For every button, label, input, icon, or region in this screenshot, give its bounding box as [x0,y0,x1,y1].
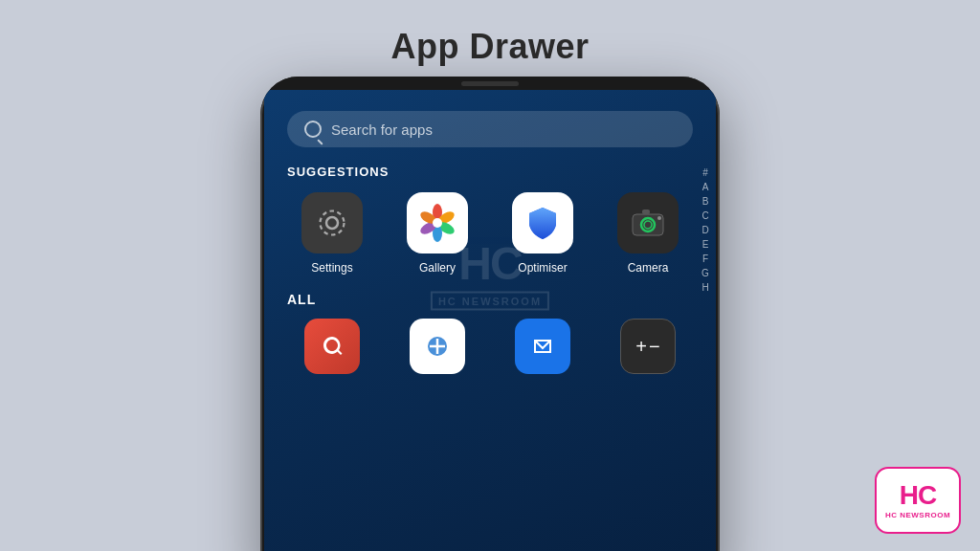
app-item-gallery[interactable]: Gallery [407,192,468,275]
suggestions-label: SUGGESTIONS [264,165,716,192]
app-item-settings[interactable]: Settings [301,192,363,275]
all-section-label: ALL [264,275,716,319]
settings-app-label: Settings [311,261,352,275]
bottom-app-1[interactable] [304,319,360,374]
app-item-camera[interactable]: Camera [617,192,679,275]
search-icon [304,121,322,138]
phone-top-bar [260,77,720,90]
alpha-c[interactable]: C [702,209,708,223]
alpha-g[interactable]: G [702,267,709,280]
svg-point-1 [321,211,345,235]
camera-app-label: Camera [628,261,669,275]
optimiser-app-label: Optimiser [518,261,567,275]
search-placeholder: Search for apps [331,121,433,138]
svg-point-8 [433,218,442,228]
alpha-h[interactable]: H [702,281,708,295]
svg-rect-12 [642,209,650,214]
bottom-app-4[interactable]: + − [620,319,676,374]
phone-frame: HC HC NEWSROOM Search for apps SUGGESTIO… [260,77,720,551]
bottom-app-2[interactable] [410,319,465,374]
bottom-app-3[interactable] [515,319,570,374]
alpha-hash[interactable]: # [702,166,708,180]
all-apps-row: + − [264,319,716,374]
alpha-a[interactable]: A [702,181,709,194]
alpha-e[interactable]: E [702,238,709,252]
hc-newsroom-logo: HC HC NEWSROOM [875,467,961,534]
alpha-d[interactable]: D [702,224,708,237]
alpha-f[interactable]: F [702,253,708,266]
hc-logo-sub: HC NEWSROOM [885,511,950,519]
gallery-app-label: Gallery [419,261,456,275]
settings-app-icon [301,192,363,253]
phone-speaker [461,81,519,86]
search-bar[interactable]: Search for apps [287,111,693,147]
suggestions-apps-grid: Settings Gallery [264,192,716,275]
hc-logo-letters: HC [900,482,936,509]
alpha-index[interactable]: # A B C D E F G H [695,166,716,295]
gallery-app-icon [407,192,468,253]
phone-screen: HC HC NEWSROOM Search for apps SUGGESTIO… [264,90,716,551]
app-item-optimiser[interactable]: Optimiser [512,192,573,275]
svg-point-13 [657,216,661,220]
svg-point-0 [326,217,338,229]
alpha-b[interactable]: B [702,195,709,209]
page-title: App Drawer [390,27,589,67]
optimiser-app-icon [512,192,573,253]
camera-app-icon [617,192,679,253]
